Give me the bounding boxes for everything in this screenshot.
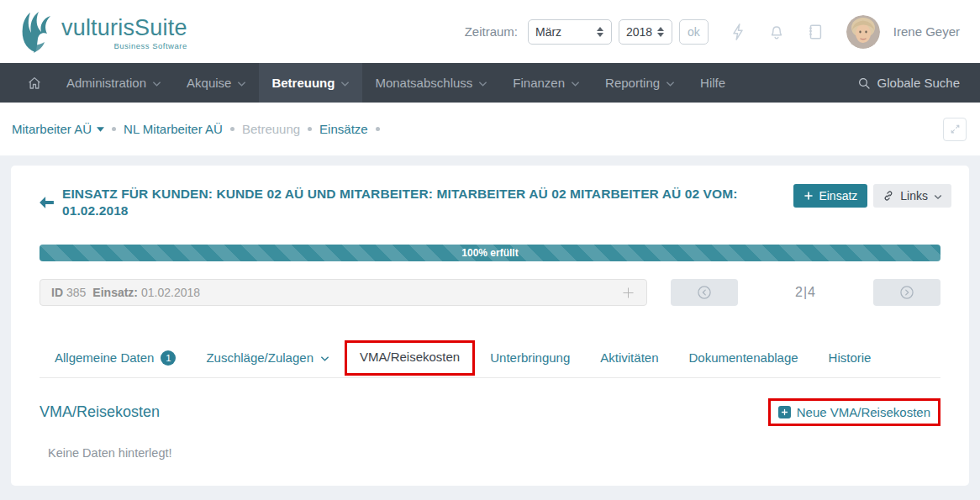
nav-item-monatsabschluss[interactable]: Monatsabschluss (362, 63, 500, 103)
nav-item-label: Administration (66, 76, 146, 90)
tab-unterbringung[interactable]: Unterbringung (475, 341, 585, 376)
plus-square-icon (778, 406, 791, 418)
links-dropdown-button[interactable]: Links (873, 184, 951, 208)
breadcrumb-label: Betreuung (242, 122, 300, 136)
record-selector[interactable]: ID 385 Einsatz: 01.02.2018 (40, 279, 647, 306)
back-arrow-icon[interactable] (40, 197, 54, 208)
global-search[interactable]: Globale Suche (857, 63, 960, 103)
arrow-right-circle-icon (898, 284, 915, 301)
app-header: vulturisSuite Business Software Zeitraum… (0, 0, 980, 63)
page-title: EINSATZ FÜR KUNDEN: KUNDE 02 AÜ UND MITA… (40, 186, 793, 219)
record-pager: 2|4 (647, 279, 940, 306)
new-vma-reisekosten-button[interactable]: Neue VMA/Reisekosten (768, 398, 940, 426)
plus-icon (803, 191, 814, 201)
nav-item-label: Betreuung (271, 76, 335, 90)
tab-label: Aktivitäten (600, 350, 658, 365)
year-select[interactable]: 2018 (619, 19, 672, 45)
detail-tabs: Allgemeine Daten 1 Zuschläge/Zulagen VMA… (40, 340, 940, 378)
progress-label: 100% erfüllt (461, 247, 518, 259)
spinner-caret-icon (656, 26, 665, 38)
notifications-bell-icon[interactable] (767, 22, 786, 42)
add-einsatz-label: Einsatz (819, 189, 857, 203)
month-select-value: März (535, 25, 561, 39)
caret-down-icon (97, 127, 104, 132)
breadcrumb-mitarbeiter-au[interactable]: Mitarbeiter AÜ (12, 122, 104, 136)
month-select[interactable]: März (528, 19, 612, 45)
empty-state-message: Keine Daten hinterlegt! (40, 446, 940, 460)
einsatz-detail-card: EINSATZ FÜR KUNDEN: KUNDE 02 AÜ UND MITA… (11, 166, 969, 486)
tab-dokumentenablage[interactable]: Dokumentenablage (673, 341, 813, 376)
chevron-down-icon (666, 81, 675, 87)
fulfillment-progress-bar: 100% erfüllt (40, 245, 940, 261)
breadcrumb-einsaetze[interactable]: Einsätze (319, 122, 368, 136)
user-avatar[interactable] (846, 15, 880, 49)
breadcrumb-separator-dot (112, 127, 116, 131)
chevron-down-icon (237, 81, 246, 87)
fulfillment-progress-track: 100% erfüllt (40, 245, 940, 261)
next-record-button[interactable] (873, 279, 940, 306)
chain-link-icon (883, 190, 894, 202)
chevron-down-icon (478, 81, 487, 87)
content-background: EINSATZ FÜR KUNDEN: KUNDE 02 AÜ UND MITA… (0, 155, 980, 500)
chevron-down-icon (934, 194, 942, 200)
expand-fullscreen-button[interactable] (943, 118, 967, 141)
tab-aktivitaeten[interactable]: Aktivitäten (585, 341, 673, 376)
previous-record-button[interactable] (671, 279, 738, 306)
new-vma-label: Neue VMA/Reisekosten (797, 405, 930, 419)
breadcrumb-separator-dot (230, 127, 234, 131)
chevron-down-icon (320, 355, 329, 362)
record-id-label: ID (51, 286, 63, 299)
breadcrumb-separator-dot (376, 127, 380, 131)
breadcrumb-label: Einsätze (319, 122, 368, 136)
tab-label: VMA/Reisekosten (360, 350, 460, 364)
zeitraum-ok-button[interactable]: ok (679, 19, 709, 45)
tab-vma-reisekosten[interactable]: VMA/Reisekosten (345, 340, 475, 376)
expand-arrows-icon (950, 124, 961, 134)
nav-item-label: Akquise (187, 76, 231, 90)
nav-item-administration[interactable]: Administration (54, 63, 174, 103)
chevron-down-icon (571, 81, 580, 87)
tab-count-badge: 1 (161, 350, 176, 366)
record-position: 2|4 (795, 285, 816, 300)
arrow-left-circle-icon (696, 284, 713, 301)
expand-record-plus-icon[interactable] (621, 286, 635, 300)
add-einsatz-button[interactable]: Einsatz (793, 184, 867, 208)
brand-name: vulturisSuite (61, 17, 187, 39)
page-title-text: EINSATZ FÜR KUNDEN: KUNDE 02 AÜ UND MITA… (62, 186, 793, 219)
tab-historie[interactable]: Historie (814, 341, 887, 376)
tab-label: Allgemeine Daten (55, 350, 154, 365)
nav-item-label: Hilfe (700, 76, 725, 90)
breadcrumb-separator-dot (308, 127, 312, 131)
year-select-value: 2018 (626, 25, 652, 39)
record-id-value: 385 (66, 286, 86, 299)
record-field-label: Einsatz: (92, 286, 138, 299)
nav-item-label: Reporting (605, 76, 660, 90)
vulturis-bird-icon (17, 10, 59, 54)
nav-item-akquise[interactable]: Akquise (174, 63, 259, 103)
breadcrumb-label: Mitarbeiter AÜ (12, 122, 92, 136)
zeitraum-label: Zeitraum: (465, 24, 518, 39)
nav-item-finanzen[interactable]: Finanzen (500, 63, 593, 103)
record-date: 01.02.2018 (141, 286, 200, 299)
global-search-label: Globale Suche (877, 76, 960, 90)
tab-label: Zuschläge/Zulagen (206, 350, 313, 365)
breadcrumb-label: NL Mitarbeiter AÜ (124, 122, 223, 136)
breadcrumb-betreuung: Betreuung (242, 122, 300, 136)
nav-item-hilfe[interactable]: Hilfe (688, 63, 738, 103)
nav-item-reporting[interactable]: Reporting (593, 63, 688, 103)
tab-label: Dokumentenablage (688, 350, 798, 365)
home-icon[interactable] (15, 63, 54, 103)
user-name[interactable]: Irene Geyer (893, 24, 960, 39)
nav-item-betreuung[interactable]: Betreuung (259, 63, 362, 103)
nav-item-label: Finanzen (513, 76, 565, 90)
main-nav: Administration Akquise Betreuung Monatsa… (0, 63, 980, 103)
tab-allgemeine-daten[interactable]: Allgemeine Daten 1 (40, 341, 191, 377)
nav-item-label: Monatsabschluss (375, 76, 472, 90)
breadcrumb-nl-mitarbeiter-au[interactable]: NL Mitarbeiter AÜ (124, 122, 223, 136)
lightning-icon[interactable] (729, 22, 747, 42)
breadcrumb-row: Mitarbeiter AÜ NL Mitarbeiter AÜ Betreuu… (0, 103, 980, 155)
tab-zuschlaege-zulagen[interactable]: Zuschläge/Zulagen (191, 341, 345, 376)
notebook-icon[interactable] (806, 22, 825, 42)
tab-label: Unterbringung (490, 350, 570, 365)
links-label: Links (900, 189, 928, 203)
